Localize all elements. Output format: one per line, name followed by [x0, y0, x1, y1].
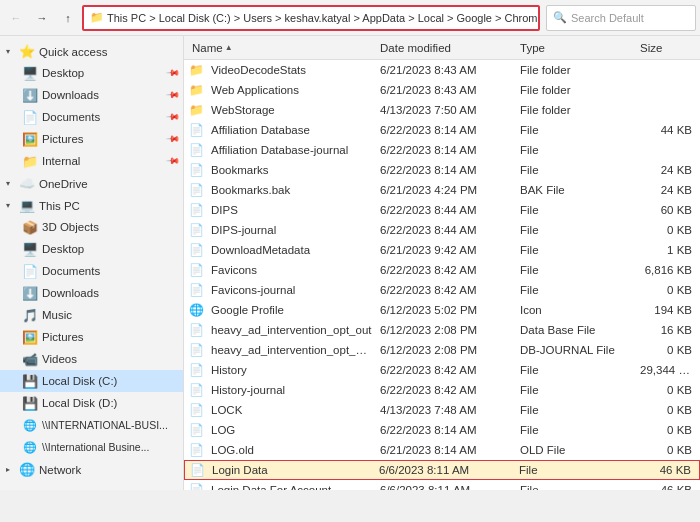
file-date: 6/22/2023 8:44 AM — [376, 224, 516, 236]
file-name: Affiliation Database-journal — [207, 144, 352, 156]
sidebar-item-documents[interactable]: 📄 Documents 📌 — [0, 106, 183, 128]
file-date: 6/22/2023 8:14 AM — [376, 144, 516, 156]
sidebar-item-pictures[interactable]: 🖼️ Pictures 📌 — [0, 128, 183, 150]
col-header-name[interactable]: Name ▲ — [188, 42, 376, 54]
file-size: 24 KB — [636, 184, 696, 196]
file-icon: 🌐 — [188, 302, 204, 318]
net1-label: \\INTERNATIONAL-BUSI... — [42, 419, 168, 431]
network-group[interactable]: ▸ 🌐 Network — [0, 458, 183, 480]
music-label: Music — [42, 309, 72, 321]
file-size: 46 KB — [636, 484, 696, 491]
table-row[interactable]: 📄 Affiliation Database-journal 6/22/2023… — [184, 140, 700, 160]
file-name-cell: 📄 DIPS — [188, 202, 376, 218]
sidebar-item-documents2[interactable]: 📄 Documents — [0, 260, 183, 282]
file-icon: 📄 — [188, 162, 204, 178]
internal-label: Internal — [42, 155, 80, 167]
file-name-cell: 📁 Web Applications — [188, 82, 376, 98]
file-type: File — [516, 244, 636, 256]
file-name-cell: 📄 DownloadMetadata — [188, 242, 376, 258]
network-icon: 🌐 — [19, 462, 35, 478]
this-pc-group[interactable]: ▾ 💻 This PC — [0, 194, 183, 216]
expand-icon: ▾ — [6, 47, 16, 56]
address-bar[interactable]: 📁 This PC > Local Disk (C:) > Users > ke… — [82, 5, 540, 31]
this-pc-children: 📦 3D Objects 🖥️ Desktop 📄 Documents ⬇️ D… — [0, 216, 183, 458]
table-row[interactable]: 📄 heavy_ad_intervention_opt_out 6/12/202… — [184, 320, 700, 340]
sidebar-item-local-c[interactable]: 💾 Local Disk (C:) — [0, 370, 183, 392]
pin-icon: 📌 — [166, 66, 181, 81]
sidebar-item-downloads2[interactable]: ⬇️ Downloads — [0, 282, 183, 304]
sidebar-item-3d-objects[interactable]: 📦 3D Objects — [0, 216, 183, 238]
sidebar-item-music[interactable]: 🎵 Music — [0, 304, 183, 326]
file-date: 6/21/2023 8:43 AM — [376, 64, 516, 76]
documents-icon: 📄 — [22, 109, 38, 125]
col-header-size[interactable]: Size — [636, 42, 696, 54]
onedrive-icon: ☁️ — [19, 176, 35, 192]
file-name: LOG — [207, 424, 239, 436]
table-row[interactable]: 📁 Web Applications 6/21/2023 8:43 AM Fil… — [184, 80, 700, 100]
table-row[interactable]: 📄 Favicons-journal 6/22/2023 8:42 AM Fil… — [184, 280, 700, 300]
file-date: 6/21/2023 8:43 AM — [376, 84, 516, 96]
table-row[interactable]: 📄 Bookmarks.bak 6/21/2023 4:24 PM BAK Fi… — [184, 180, 700, 200]
file-type: File — [515, 464, 635, 476]
table-row[interactable]: 📄 Login Data For Account 6/6/2023 8:11 A… — [184, 480, 700, 490]
search-icon: 🔍 — [553, 11, 567, 24]
file-icon: 📄 — [188, 222, 204, 238]
file-icon: 📄 — [188, 482, 204, 491]
table-row[interactable]: 📁 WebStorage 4/13/2023 7:50 AM File fold… — [184, 100, 700, 120]
table-row[interactable]: 📄 DownloadMetadata 6/21/2023 9:42 AM Fil… — [184, 240, 700, 260]
table-row[interactable]: 📄 History-journal 6/22/2023 8:42 AM File… — [184, 380, 700, 400]
col-header-type[interactable]: Type — [516, 42, 636, 54]
sidebar-item-internal[interactable]: 📁 Internal 📌 — [0, 150, 183, 172]
file-name: Favicons — [207, 264, 261, 276]
sidebar-item-local-d[interactable]: 💾 Local Disk (D:) — [0, 392, 183, 414]
table-row[interactable]: 📄 LOG.old 6/21/2023 8:14 AM OLD File 0 K… — [184, 440, 700, 460]
file-type: File — [516, 364, 636, 376]
file-date: 6/21/2023 4:24 PM — [376, 184, 516, 196]
table-row[interactable]: 📄 DIPS-journal 6/22/2023 8:44 AM File 0 … — [184, 220, 700, 240]
col-name-label: Name — [192, 42, 223, 54]
sidebar-item-pictures2[interactable]: 🖼️ Pictures — [0, 326, 183, 348]
table-row[interactable]: 📄 Affiliation Database 6/22/2023 8:14 AM… — [184, 120, 700, 140]
table-row[interactable]: 📄 LOG 6/22/2023 8:14 AM File 0 KB — [184, 420, 700, 440]
table-row[interactable]: 📄 LOCK 4/13/2023 7:48 AM File 0 KB — [184, 400, 700, 420]
desktop-label: Desktop — [42, 67, 84, 79]
table-row[interactable]: 📁 VideoDecodeStats 6/21/2023 8:43 AM Fil… — [184, 60, 700, 80]
file-date: 6/12/2023 2:08 PM — [376, 344, 516, 356]
file-date: 6/6/2023 8:11 AM — [376, 484, 516, 491]
file-date: 6/21/2023 8:14 AM — [376, 444, 516, 456]
up-button[interactable]: ↑ — [56, 6, 80, 30]
sidebar-item-net1[interactable]: 🌐 \\INTERNATIONAL-BUSI... — [0, 414, 183, 436]
file-size: 0 KB — [636, 284, 696, 296]
file-date: 6/12/2023 5:02 PM — [376, 304, 516, 316]
file-type: File — [516, 264, 636, 276]
sidebar-item-net2[interactable]: 🌐 \\International Busine... — [0, 436, 183, 458]
file-size: 0 KB — [636, 384, 696, 396]
quick-access-group[interactable]: ▾ ⭐ Quick access — [0, 40, 183, 62]
sidebar-item-desktop[interactable]: 🖥️ Desktop 📌 — [0, 62, 183, 84]
table-row[interactable]: 📄 DIPS 6/22/2023 8:44 AM File 60 KB — [184, 200, 700, 220]
forward-button[interactable]: → — [30, 6, 54, 30]
file-icon: 📄 — [188, 442, 204, 458]
table-row[interactable]: 📄 heavy_ad_intervention_opt_out.db-journ… — [184, 340, 700, 360]
back-button[interactable]: ← — [4, 6, 28, 30]
file-name: History-journal — [207, 384, 289, 396]
search-box[interactable]: 🔍 Search Default — [546, 5, 696, 31]
sidebar-item-downloads[interactable]: ⬇️ Downloads 📌 — [0, 84, 183, 106]
sidebar-item-videos[interactable]: 📹 Videos — [0, 348, 183, 370]
file-name-cell: 📄 heavy_ad_intervention_opt_out.db-journ… — [188, 342, 376, 358]
file-type: BAK File — [516, 184, 636, 196]
file-type: File — [516, 404, 636, 416]
sidebar-item-desktop2[interactable]: 🖥️ Desktop — [0, 238, 183, 260]
onedrive-group[interactable]: ▾ ☁️ OneDrive — [0, 172, 183, 194]
col-header-date[interactable]: Date modified — [376, 42, 516, 54]
table-row[interactable]: 📄 Favicons 6/22/2023 8:42 AM File 6,816 … — [184, 260, 700, 280]
table-row[interactable]: 🌐 Google Profile 6/12/2023 5:02 PM Icon … — [184, 300, 700, 320]
local-d-icon: 💾 — [22, 395, 38, 411]
table-row[interactable]: 📄 History 6/22/2023 8:42 AM File 29,344 … — [184, 360, 700, 380]
pin-icon-doc: 📌 — [166, 110, 181, 125]
table-row[interactable]: 📄 Bookmarks 6/22/2023 8:14 AM File 24 KB — [184, 160, 700, 180]
downloads2-label: Downloads — [42, 287, 99, 299]
table-row[interactable]: 📄 Login Data 6/6/2023 8:11 AM File 46 KB — [184, 460, 700, 480]
file-name-cell: 📄 LOG.old — [188, 442, 376, 458]
file-name: WebStorage — [207, 104, 279, 116]
